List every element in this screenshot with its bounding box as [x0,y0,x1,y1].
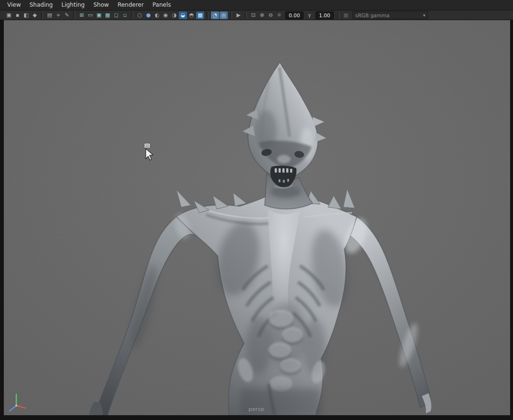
colorspace-select[interactable]: sRGB gamma▾ [352,11,428,19]
textured-icon[interactable]: ◐ [153,12,161,19]
grease-pencil-icon[interactable]: ✎ [63,12,71,19]
camera-label: persp [249,406,265,412]
camera-lock-icon[interactable]: ▪ [13,12,22,19]
toolbar-separator [338,12,339,19]
toolbar-separator [230,12,232,19]
gamma-field[interactable]: 1.00 [315,12,334,19]
wireframe-on-shaded-icon[interactable]: ◎ [220,12,228,19]
menu-item-view[interactable]: View [3,0,25,10]
xray-icon[interactable]: ◔ [211,12,219,19]
viewport-scene[interactable] [0,20,513,420]
bookmark-icon[interactable]: ◆ [31,12,39,19]
exposure-icon[interactable]: ☼ [275,12,283,19]
menu-item-renderer[interactable]: Renderer [113,0,148,10]
gate-mask-icon[interactable]: ▦ [104,12,112,19]
toolbar-separator [207,12,209,19]
chevron-down-icon: ▾ [423,13,425,18]
toolbar-separator [245,12,247,19]
select-tool-icon[interactable]: ▶ [234,12,243,19]
colorspace-icon[interactable]: ▩ [342,12,350,19]
colorspace-label: sRGB gamma [355,12,389,18]
exposure-field[interactable]: 0.00 [285,12,303,19]
image-plane-icon[interactable]: ▤ [46,12,54,19]
toolbar-separator [131,12,133,19]
smooth-shade-icon[interactable]: ● [144,12,152,19]
screen-space-ao-icon[interactable]: ◒ [179,12,187,19]
view-compass-icon[interactable]: ▣ [5,12,13,19]
menu-item-show[interactable]: Show [89,0,113,10]
safe-action-icon[interactable]: ◻ [112,12,120,19]
toolbar-separator [41,12,43,19]
resolution-gate-icon[interactable]: ▣ [95,12,103,19]
panel-menu-bar: ViewShadingLightingShowRendererPanels [0,0,513,11]
shadows-icon[interactable]: ◑ [170,12,178,19]
film-gate-icon[interactable]: ▭ [86,12,94,19]
motion-blur-icon[interactable]: ◓ [187,12,196,19]
panel-toolbar: ▣▪◧◆▤+✎⊞▭▣▦◻▫○●◐◉◑◒◓▩◔◎▶⊡⊕⊖☼0.00γ1.00▩sR… [0,11,513,20]
isolate-select-icon[interactable]: ⊡ [249,12,257,19]
wireframe-icon[interactable]: ○ [136,12,144,19]
use-all-lights-icon[interactable]: ◉ [162,12,170,19]
menu-item-shading[interactable]: Shading [25,0,57,10]
remove-from-isolation-icon[interactable]: ⊖ [267,12,275,19]
menu-item-lighting[interactable]: Lighting [57,0,89,10]
add-to-isolation-icon[interactable]: ⊕ [258,12,266,19]
gamma-icon[interactable]: γ [305,12,314,19]
camera-attributes-icon[interactable]: ◧ [22,12,30,19]
two-d-pan-zoom-icon[interactable]: + [54,12,62,19]
viewport-3d[interactable]: persp [0,20,513,420]
grid-icon[interactable]: ⊞ [78,12,86,19]
safe-title-icon[interactable]: ▫ [121,12,129,19]
anti-alias-icon[interactable]: ▩ [196,12,204,19]
toolbar-separator [73,12,75,19]
menu-item-panels[interactable]: Panels [148,0,175,10]
